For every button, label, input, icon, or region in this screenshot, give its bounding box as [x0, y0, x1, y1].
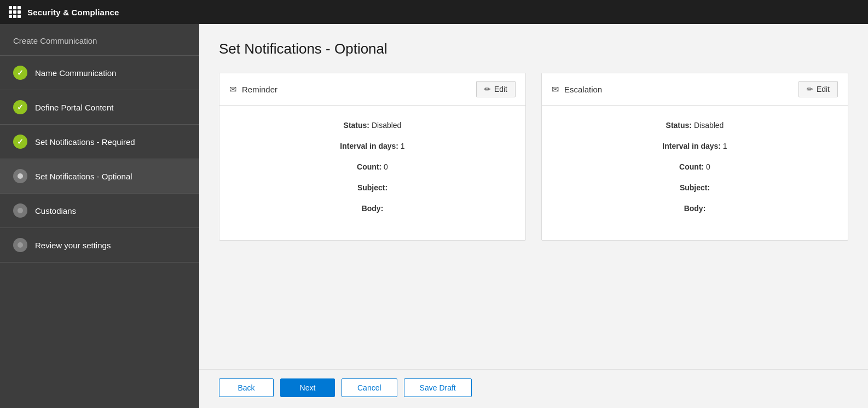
- escalation-status-field: Status: Disabled: [558, 121, 831, 130]
- reminder-subject-label: Subject:: [357, 183, 387, 192]
- step-dot-5: [18, 208, 23, 213]
- escalation-interval-field: Interval in days: 1: [558, 142, 831, 150]
- reminder-interval-label: Interval in days:: [340, 142, 398, 150]
- escalation-card-title: Escalation: [564, 85, 602, 94]
- edit-pencil-icon: ✏: [484, 85, 491, 94]
- escalation-body-label: Body:: [684, 204, 706, 213]
- step-circle-notifications-required: ✓: [13, 135, 27, 149]
- reminder-count-label: Count:: [357, 162, 381, 171]
- app-title: Security & Compliance: [27, 8, 119, 17]
- cards-row: ✉ Reminder ✏ Edit Status: Disabled: [219, 73, 848, 241]
- reminder-status-field: Status: Disabled: [236, 121, 509, 130]
- grid-icon[interactable]: [9, 6, 21, 18]
- back-button[interactable]: Back: [219, 378, 274, 397]
- escalation-mail-icon: ✉: [552, 84, 559, 95]
- sidebar-item-label-notifications-required: Set Notifications - Required: [35, 137, 135, 147]
- escalation-status-label: Status:: [666, 121, 692, 130]
- reminder-interval-value: 1: [401, 142, 405, 150]
- reminder-interval-field: Interval in days: 1: [236, 142, 509, 150]
- escalation-body-field: Body:: [558, 204, 831, 213]
- reminder-count-value: 0: [384, 162, 388, 171]
- sidebar-item-label-name-communication: Name Communication: [35, 68, 116, 78]
- sidebar-item-name-communication[interactable]: ✓ Name Communication: [0, 56, 199, 90]
- content-footer: Back Next Cancel Save Draft: [199, 369, 868, 408]
- check-icon-3: ✓: [17, 137, 24, 146]
- reminder-body-field: Body:: [236, 204, 509, 213]
- escalation-count-value: 0: [706, 162, 710, 171]
- sidebar: Create Communication ✓ Name Communicatio…: [0, 24, 199, 408]
- content-body: Set Notifications - Optional ✉ Reminder …: [199, 24, 868, 369]
- reminder-count-field: Count: 0: [236, 162, 509, 171]
- sidebar-item-custodians[interactable]: Custodians: [0, 194, 199, 228]
- step-dot-6: [18, 242, 23, 248]
- escalation-edit-button[interactable]: ✏ Edit: [798, 81, 838, 97]
- escalation-status-value: Disabled: [694, 121, 724, 130]
- sidebar-item-label-review: Review your settings: [35, 241, 111, 250]
- next-button[interactable]: Next: [280, 378, 335, 397]
- topbar: Security & Compliance: [0, 0, 868, 24]
- step-circle-notifications-optional: [13, 169, 27, 183]
- reminder-card-title: Reminder: [242, 85, 277, 94]
- escalation-count-field: Count: 0: [558, 162, 831, 171]
- reminder-card-header: ✉ Reminder ✏ Edit: [219, 73, 525, 106]
- step-circle-custodians: [13, 203, 27, 218]
- save-draft-button[interactable]: Save Draft: [404, 378, 472, 397]
- step-dot-4: [18, 173, 23, 179]
- reminder-edit-button[interactable]: ✏ Edit: [476, 81, 516, 97]
- sidebar-item-set-notifications-optional[interactable]: Set Notifications - Optional: [0, 159, 199, 194]
- escalation-header-left: ✉ Escalation: [552, 84, 602, 95]
- step-circle-name-communication: ✓: [13, 66, 27, 80]
- content-area: Set Notifications - Optional ✉ Reminder …: [199, 24, 868, 408]
- step-circle-review: [13, 238, 27, 252]
- check-icon: ✓: [17, 68, 24, 77]
- reminder-status-value: Disabled: [372, 121, 401, 130]
- escalation-edit-label: Edit: [817, 85, 830, 94]
- sidebar-item-review-settings[interactable]: Review your settings: [0, 228, 199, 263]
- escalation-count-label: Count:: [679, 162, 704, 171]
- reminder-card: ✉ Reminder ✏ Edit Status: Disabled: [219, 73, 526, 241]
- escalation-interval-label: Interval in days:: [662, 142, 721, 150]
- page-title: Set Notifications - Optional: [219, 40, 848, 57]
- escalation-interval-value: 1: [723, 142, 727, 150]
- reminder-mail-icon: ✉: [229, 84, 236, 95]
- reminder-edit-label: Edit: [494, 85, 507, 94]
- reminder-status-label: Status:: [344, 121, 369, 130]
- escalation-edit-pencil-icon: ✏: [807, 85, 813, 94]
- sidebar-item-label-custodians: Custodians: [35, 206, 76, 215]
- reminder-card-body: Status: Disabled Interval in days: 1 Cou…: [219, 106, 525, 240]
- escalation-subject-field: Subject:: [558, 183, 831, 192]
- escalation-subject-label: Subject:: [680, 183, 710, 192]
- cancel-button[interactable]: Cancel: [342, 378, 397, 397]
- reminder-subject-field: Subject:: [236, 183, 509, 192]
- reminder-body-label: Body:: [362, 204, 384, 213]
- sidebar-item-define-portal-content[interactable]: ✓ Define Portal Content: [0, 90, 199, 125]
- escalation-card: ✉ Escalation ✏ Edit Status: Disabled: [541, 73, 848, 241]
- step-circle-define-portal: ✓: [13, 100, 27, 114]
- reminder-header-left: ✉ Reminder: [229, 84, 277, 95]
- sidebar-item-set-notifications-required[interactable]: ✓ Set Notifications - Required: [0, 125, 199, 159]
- sidebar-item-label-notifications-optional: Set Notifications - Optional: [35, 172, 132, 181]
- check-icon-2: ✓: [17, 103, 24, 112]
- sidebar-item-label-define-portal: Define Portal Content: [35, 103, 113, 112]
- escalation-card-body: Status: Disabled Interval in days: 1 Cou…: [542, 106, 848, 240]
- sidebar-heading: Create Communication: [0, 24, 199, 56]
- escalation-card-header: ✉ Escalation ✏ Edit: [542, 73, 848, 106]
